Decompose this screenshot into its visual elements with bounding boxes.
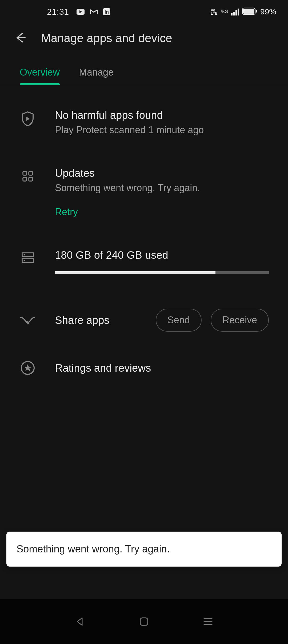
retry-button[interactable]: Retry xyxy=(55,206,269,218)
storage-row[interactable]: 180 GB of 240 GB used xyxy=(0,249,288,274)
play-protect-row[interactable]: No harmful apps found Play Protect scann… xyxy=(0,109,288,136)
snackbar: Something went wrong. Try again. xyxy=(6,532,282,567)
svg-rect-7 xyxy=(29,171,33,175)
updates-title: Updates xyxy=(55,167,269,179)
status-time: 21:31 xyxy=(47,7,69,17)
storage-progress xyxy=(55,271,269,274)
tabs: Overview Manage xyxy=(0,67,288,85)
ratings-row[interactable]: Ratings and reviews xyxy=(0,360,288,375)
ratings-title: Ratings and reviews xyxy=(55,362,269,374)
status-right: Vo LTE ↕5G 99% xyxy=(211,7,276,16)
network-5g-icon: ↕5G xyxy=(221,9,228,14)
battery-percent: 99% xyxy=(260,7,276,16)
shield-play-icon xyxy=(19,111,36,127)
svg-point-13 xyxy=(24,260,25,261)
snackbar-text: Something went wrong. Try again. xyxy=(17,543,170,555)
svg-rect-4 xyxy=(243,9,254,14)
svg-text:in: in xyxy=(105,9,109,15)
back-icon[interactable] xyxy=(14,32,26,45)
svg-point-11 xyxy=(24,254,25,256)
signal-icon xyxy=(231,8,239,15)
svg-rect-8 xyxy=(23,177,27,181)
status-bar: 21:31 in Vo LTE ↕5G 99% xyxy=(0,0,288,23)
gmail-icon xyxy=(90,9,98,15)
receive-button[interactable]: Receive xyxy=(211,309,269,332)
storage-icon xyxy=(19,251,36,264)
status-left: 21:31 in xyxy=(47,7,110,17)
nav-home-button[interactable] xyxy=(137,614,151,629)
app-bar: Manage apps and device xyxy=(0,23,288,53)
share-apps-row: Share apps Send Receive xyxy=(0,309,288,332)
svg-rect-5 xyxy=(256,10,257,13)
linkedin-icon: in xyxy=(103,8,110,15)
nav-recents-button[interactable] xyxy=(201,614,215,629)
star-circle-icon xyxy=(19,360,36,375)
play-protect-subtitle: Play Protect scanned 1 minute ago xyxy=(55,124,269,136)
send-button[interactable]: Send xyxy=(156,309,202,332)
system-nav-bar xyxy=(0,599,288,644)
updates-subtitle: Something went wrong. Try again. xyxy=(55,182,269,194)
page-title: Manage apps and device xyxy=(41,32,172,45)
svg-rect-6 xyxy=(23,171,27,175)
youtube-icon xyxy=(77,9,85,15)
storage-progress-fill xyxy=(55,271,215,274)
nav-back-button[interactable] xyxy=(73,614,87,629)
svg-rect-15 xyxy=(140,618,148,625)
tab-manage[interactable]: Manage xyxy=(79,67,114,85)
play-protect-title: No harmful apps found xyxy=(55,109,269,121)
share-apps-title: Share apps xyxy=(55,314,147,326)
volte-icon: Vo LTE xyxy=(211,9,217,15)
updates-row[interactable]: Updates Something went wrong. Try again.… xyxy=(0,167,288,218)
tab-overview[interactable]: Overview xyxy=(20,67,60,85)
svg-rect-9 xyxy=(29,177,33,181)
share-icon xyxy=(19,315,36,325)
apps-grid-icon xyxy=(19,170,36,182)
battery-icon xyxy=(242,7,257,16)
storage-label: 180 GB of 240 GB used xyxy=(55,249,269,261)
content: No harmful apps found Play Protect scann… xyxy=(0,85,288,375)
